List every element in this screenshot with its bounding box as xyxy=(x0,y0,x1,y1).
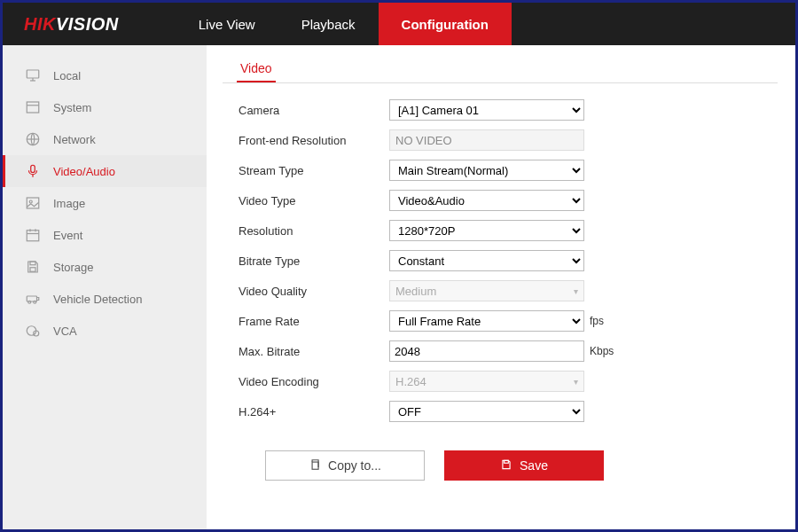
sidebar-item-label: VCA xyxy=(53,325,77,338)
sidebar: Local System Network Video/Audio Image E… xyxy=(3,45,207,529)
topnav: Live View Playback Configuration xyxy=(176,3,512,45)
nav-playback[interactable]: Playback xyxy=(278,3,379,45)
svg-rect-7 xyxy=(31,165,35,172)
video-type-select[interactable]: Video&Audio xyxy=(389,190,584,211)
vehicle-icon xyxy=(25,291,41,307)
label-frontend-res: Front-end Resolution xyxy=(239,134,389,147)
row-video-quality: Video Quality Medium▾ xyxy=(239,277,778,305)
mic-icon xyxy=(25,163,41,179)
label-h264plus: H.264+ xyxy=(239,405,389,419)
label-bitrate-type: Bitrate Type xyxy=(239,254,389,268)
frontend-res-value: NO VIDEO xyxy=(389,129,584,151)
save-icon xyxy=(25,259,41,275)
globe-icon xyxy=(25,131,41,147)
video-quality-select-disabled: Medium▾ xyxy=(389,280,584,301)
sidebar-item-video-audio[interactable]: Video/Audio xyxy=(3,155,207,187)
row-video-encoding: Video Encoding H.264▾ xyxy=(239,367,778,395)
svg-rect-0 xyxy=(27,70,39,78)
image-icon xyxy=(25,195,41,211)
resolution-select[interactable]: 1280*720P xyxy=(389,220,584,241)
save-icon xyxy=(500,458,512,473)
sidebar-item-network[interactable]: Network xyxy=(3,123,207,155)
row-frame-rate: Frame Rate Full Frame Rate fps xyxy=(239,307,778,335)
copy-to-button[interactable]: Copy to... xyxy=(265,450,425,481)
label-max-bitrate: Max. Bitrate xyxy=(239,345,389,358)
sidebar-item-label: Image xyxy=(53,197,85,210)
unit-kbps: Kbps xyxy=(590,345,614,357)
logo-hik: HIK xyxy=(24,14,56,35)
calendar-icon xyxy=(25,227,41,243)
sidebar-item-label: Local xyxy=(53,69,81,82)
row-stream-type: Stream Type Main Stream(Normal) xyxy=(239,156,778,184)
svg-rect-16 xyxy=(30,268,35,272)
monitor-icon xyxy=(25,67,41,83)
sidebar-item-label: Vehicle Detection xyxy=(53,293,142,306)
sidebar-item-label: Event xyxy=(53,229,82,242)
brand-logo: HIKVISION xyxy=(3,14,140,35)
label-stream-type: Stream Type xyxy=(239,164,389,177)
sidebar-item-vehicle[interactable]: Vehicle Detection xyxy=(3,283,207,315)
chevron-down-icon: ▾ xyxy=(574,286,578,296)
main-panel: Video Camera [A1] Camera 01 Front-end Re… xyxy=(207,45,795,529)
sidebar-item-image[interactable]: Image xyxy=(3,187,207,219)
copy-to-label: Copy to... xyxy=(328,458,381,473)
row-max-bitrate: Max. Bitrate Kbps xyxy=(239,337,778,365)
svg-rect-11 xyxy=(27,231,39,241)
row-frontend-res: Front-end Resolution NO VIDEO xyxy=(239,126,778,154)
row-camera: Camera [A1] Camera 01 xyxy=(239,96,778,124)
svg-rect-22 xyxy=(312,462,318,469)
button-row: Copy to... Save xyxy=(265,450,778,481)
svg-point-10 xyxy=(29,200,32,203)
sidebar-item-local[interactable]: Local xyxy=(3,59,207,91)
camera-select[interactable]: [A1] Camera 01 xyxy=(389,99,584,121)
label-frame-rate: Frame Rate xyxy=(239,315,389,328)
svg-rect-15 xyxy=(30,262,35,265)
sidebar-item-event[interactable]: Event xyxy=(3,219,207,251)
save-label: Save xyxy=(520,458,548,473)
stream-type-select[interactable]: Main Stream(Normal) xyxy=(389,160,584,181)
app-frame: HIKVISION Live View Playback Configurati… xyxy=(0,0,798,532)
label-resolution: Resolution xyxy=(239,224,389,238)
label-video-quality: Video Quality xyxy=(239,285,389,298)
tab-row: Video xyxy=(223,56,778,83)
logo-vision: VISION xyxy=(56,14,119,35)
svg-point-19 xyxy=(34,301,36,303)
svg-rect-3 xyxy=(27,102,39,113)
svg-rect-23 xyxy=(505,460,509,463)
sidebar-item-vca[interactable]: VCA xyxy=(3,315,207,347)
row-video-type: Video Type Video&Audio xyxy=(239,186,778,215)
max-bitrate-input[interactable] xyxy=(389,340,584,362)
svg-point-18 xyxy=(28,301,31,303)
save-button[interactable]: Save xyxy=(444,450,604,481)
nav-configuration[interactable]: Configuration xyxy=(379,3,512,45)
bitrate-type-select[interactable]: Constant xyxy=(389,250,584,271)
frame-rate-select[interactable]: Full Frame Rate xyxy=(389,310,584,332)
topbar: HIKVISION Live View Playback Configurati… xyxy=(3,3,795,45)
copy-icon xyxy=(309,458,321,473)
video-encoding-select-disabled: H.264▾ xyxy=(389,371,584,392)
svg-rect-9 xyxy=(27,198,39,208)
chevron-down-icon: ▾ xyxy=(574,377,578,387)
h264plus-select[interactable]: OFF xyxy=(389,401,584,422)
label-camera: Camera xyxy=(239,104,389,117)
window-icon xyxy=(25,99,41,115)
row-bitrate-type: Bitrate Type Constant xyxy=(239,246,778,275)
sidebar-item-system[interactable]: System xyxy=(3,91,207,123)
row-resolution: Resolution 1280*720P xyxy=(239,216,778,245)
sidebar-item-label: Network xyxy=(53,133,96,146)
tab-video[interactable]: Video xyxy=(237,56,276,82)
label-video-type: Video Type xyxy=(239,194,389,207)
layout: Local System Network Video/Audio Image E… xyxy=(3,45,795,529)
video-form: Camera [A1] Camera 01 Front-end Resoluti… xyxy=(223,96,778,481)
row-h264plus: H.264+ OFF xyxy=(239,397,778,426)
sidebar-item-label: Storage xyxy=(53,261,94,274)
sidebar-item-label: System xyxy=(53,101,91,114)
unit-fps: fps xyxy=(590,315,604,327)
nav-live-view[interactable]: Live View xyxy=(176,3,278,45)
sidebar-item-storage[interactable]: Storage xyxy=(3,251,207,283)
sidebar-item-label: Video/Audio xyxy=(53,165,115,178)
label-video-encoding: Video Encoding xyxy=(239,375,389,388)
vca-icon xyxy=(25,323,41,339)
